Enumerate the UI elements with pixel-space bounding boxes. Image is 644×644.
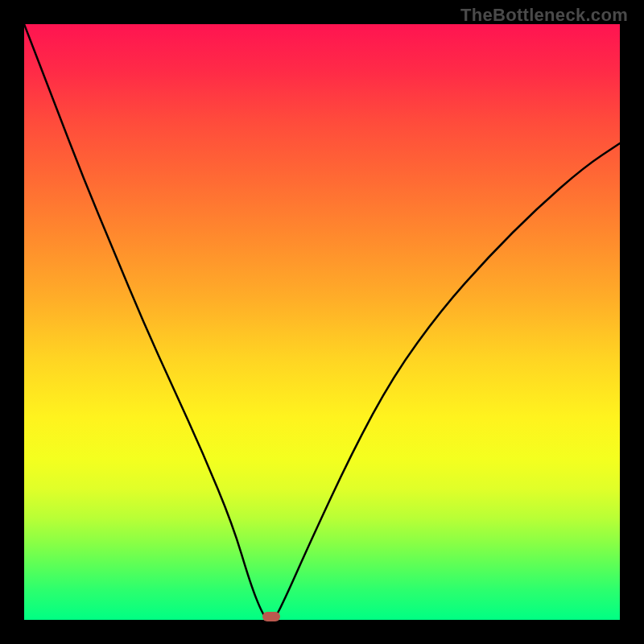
curve-canvas <box>24 24 620 620</box>
watermark-text: TheBottleneck.com <box>460 5 628 26</box>
plot-area <box>24 24 620 620</box>
chart-frame: TheBottleneck.com <box>0 0 644 644</box>
